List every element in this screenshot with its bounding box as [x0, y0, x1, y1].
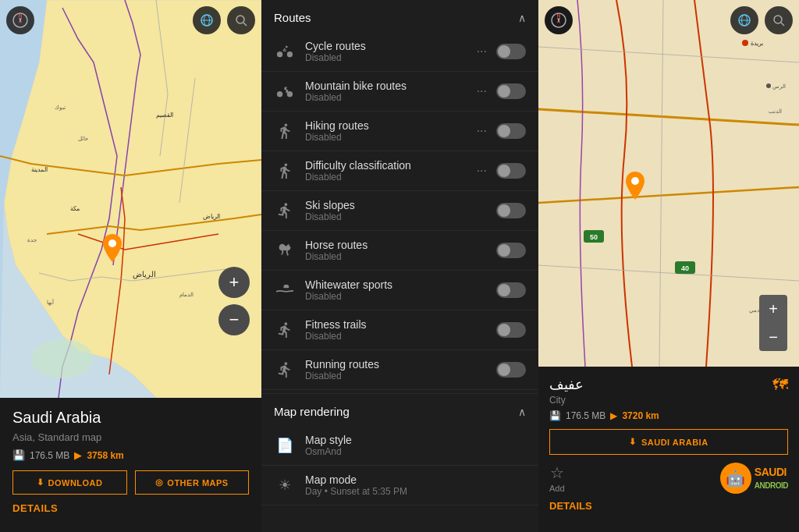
route-name-fitness: Fitness trails	[305, 318, 487, 331]
dots-btn-cycle[interactable]: ···	[474, 43, 490, 60]
search-icon-right[interactable]	[765, 6, 793, 34]
map-controls-left: + −	[218, 267, 250, 335]
toggle-fitness[interactable]	[496, 322, 526, 338]
saudi-android-logo: 🤖 SAUDIANDROID	[720, 463, 788, 494]
other-maps-button[interactable]: ◎ OTHER MAPS	[135, 470, 250, 495]
dots-btn-difficulty[interactable]: ···	[474, 162, 490, 179]
left-info: Saudi Arabia Asia, Standard map 💾 176.5 …	[0, 398, 261, 532]
right-distance: 3720 km	[622, 410, 659, 421]
route-item-fitness: Fitness trails Disabled	[261, 310, 538, 350]
route-item-cycle: Cycle routes Disabled ···	[261, 32, 538, 72]
route-actions-ski	[496, 203, 526, 218]
right-size: 176.5 MB	[566, 410, 605, 421]
other-maps-label: OTHER MAPS	[167, 478, 228, 488]
dots-btn-mtb[interactable]: ···	[474, 83, 490, 100]
svg-text:بريدة: بريدة	[751, 40, 763, 47]
route-status-running: Disabled	[305, 371, 487, 381]
toggle-hiking[interactable]	[496, 123, 526, 139]
svg-text:أبها: أبها	[47, 298, 54, 306]
route-name-hiking: Hiking routes	[305, 119, 464, 132]
routes-chevron-icon[interactable]: ∧	[518, 12, 526, 24]
zoom-out-right[interactable]: −	[759, 323, 787, 351]
route-actions-mtb: ···	[474, 83, 526, 100]
svg-line-49	[781, 23, 784, 26]
render-item-mode: ☀ Map mode Day • Sunset at 5:35 PM	[261, 466, 538, 505]
route-item-mtb: Mountain bike routes Disabled ···	[261, 72, 538, 112]
route-name-ski: Ski slopes	[305, 199, 487, 211]
sun-icon: ☀	[274, 474, 296, 496]
route-name-horse: Horse routes	[305, 239, 487, 251]
route-item-hiking: Hiking routes Disabled ···	[261, 112, 538, 151]
nav-compass-left[interactable]: N	[6, 6, 34, 34]
route-text-horse: Horse routes Disabled	[305, 239, 487, 262]
horse-icon	[274, 239, 296, 261]
country-sub: Asia, Standard map	[12, 431, 249, 443]
route-actions-whitewater	[496, 282, 526, 298]
add-button[interactable]: ☆ Add	[549, 463, 565, 493]
route-name-mtb: Mountain bike routes	[305, 80, 464, 92]
svg-text:N: N	[19, 13, 22, 18]
route-text-whitewater: Whitewater sports Disabled	[305, 278, 487, 302]
right-map[interactable]: 50 40 بريدة الرس الدنب الدوادمي N	[538, 0, 799, 367]
map-type-icon: 🗺	[772, 376, 788, 394]
ski-icon	[274, 200, 296, 222]
left-map[interactable]: الرياض المدينة القصيم مكة الرياض تبوك حا…	[0, 0, 261, 398]
download-button[interactable]: ⬇ DOWNLOAD	[12, 470, 127, 495]
toggle-ski[interactable]	[496, 203, 526, 218]
svg-point-23	[108, 239, 116, 247]
search-icon-left[interactable]	[227, 6, 255, 34]
map-pin-left	[101, 234, 123, 265]
svg-point-37	[766, 83, 771, 88]
details-link-left[interactable]: DETAILS	[12, 502, 249, 514]
toggle-whitewater[interactable]	[496, 282, 526, 298]
route-text-hiking: Hiking routes Disabled	[305, 119, 464, 143]
rendering-chevron-icon[interactable]: ∧	[518, 406, 526, 418]
toggle-horse[interactable]	[496, 243, 526, 258]
routes-section-header: Routes ∧	[261, 0, 538, 32]
svg-text:حائل: حائل	[78, 136, 88, 142]
running-icon	[274, 359, 296, 381]
render-name-style: Map style	[305, 434, 526, 446]
svg-point-21	[236, 16, 244, 23]
zoom-in-left[interactable]: +	[218, 267, 250, 298]
toggle-running[interactable]	[496, 362, 526, 378]
toggle-cycle[interactable]	[496, 44, 526, 59]
cycle-icon	[274, 41, 296, 62]
route-status-horse: Disabled	[305, 251, 487, 262]
zoom-in-right[interactable]: +	[759, 295, 787, 323]
route-name-cycle: Cycle routes	[305, 40, 464, 52]
middle-panel: Routes ∧ Cycle routes Disabled ··· Mount…	[261, 0, 538, 532]
route-status-whitewater: Disabled	[305, 291, 487, 302]
arrow-icon: ▶	[74, 449, 82, 461]
route-text-fitness: Fitness trails Disabled	[305, 318, 487, 342]
route-item-horse: Horse routes Disabled	[261, 231, 538, 271]
route-actions-hiking: ···	[474, 122, 526, 140]
routes-section-title: Routes	[274, 11, 311, 24]
city-name: عفيف	[549, 376, 584, 393]
other-maps-icon: ◎	[155, 477, 164, 488]
route-status-hiking: Disabled	[305, 132, 464, 143]
map-distance: 3758 km	[87, 450, 123, 461]
fitness-icon	[274, 319, 296, 341]
nav-compass-right[interactable]: N	[545, 6, 573, 34]
arrow-icon-right: ▶	[610, 410, 617, 421]
route-item-running: Running routes Disabled	[261, 350, 538, 390]
globe-icon-right[interactable]	[730, 6, 758, 34]
globe-icon-left[interactable]	[193, 6, 221, 34]
toggle-mtb[interactable]	[496, 83, 526, 99]
route-actions-running	[496, 362, 526, 378]
details-link-right[interactable]: DETAILS	[549, 500, 788, 512]
dots-btn-hiking[interactable]: ···	[474, 122, 490, 140]
svg-text:الرياض: الرياض	[133, 270, 156, 279]
saudi-arabia-button[interactable]: ⬇ SAUDI ARABIA	[549, 429, 788, 455]
toggle-difficulty[interactable]	[496, 163, 526, 179]
route-status-cycle: Disabled	[305, 52, 464, 63]
download-icon: ⬇	[37, 477, 44, 488]
svg-text:مكة: مكة	[70, 205, 80, 212]
zoom-out-left[interactable]: −	[218, 304, 250, 335]
route-status-ski: Disabled	[305, 211, 487, 222]
top-icons-left	[193, 6, 255, 34]
render-value-mode: Day • Sunset at 5:35 PM	[305, 486, 526, 497]
route-status-difficulty: Disabled	[305, 172, 464, 183]
svg-text:50: 50	[590, 233, 598, 241]
